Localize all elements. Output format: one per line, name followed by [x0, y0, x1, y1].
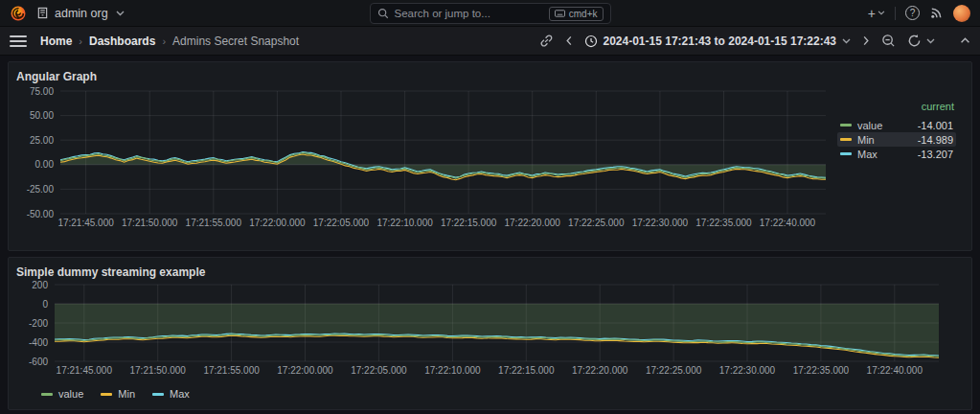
search-shortcut-badge: cmd+k: [549, 7, 604, 21]
legend-item-value[interactable]: value-14.001: [837, 118, 956, 132]
chevron-left-icon: [565, 35, 573, 46]
org-name: admin org: [55, 7, 108, 20]
svg-text:17:22:10.000: 17:22:10.000: [424, 365, 481, 376]
svg-text:17:21:50.000: 17:21:50.000: [122, 218, 178, 228]
breadcrumb: Home › Dashboards › Admins Secret Snapsh…: [40, 34, 299, 48]
svg-text:50.00: 50.00: [30, 110, 54, 121]
legend-swatch: [41, 393, 53, 396]
timeseries-chart[interactable]: 2000-200-400-60017:21:45.00017:21:50.000…: [16, 279, 966, 380]
svg-text:75.00: 75.00: [30, 86, 54, 97]
time-back-button[interactable]: [565, 35, 573, 46]
legend-item-max[interactable]: Max: [152, 388, 190, 400]
news-rss-icon: [929, 6, 944, 20]
panel-title[interactable]: Angular Graph: [16, 70, 964, 83]
kiosk-collapse-button[interactable]: [960, 37, 970, 44]
time-forward-button[interactable]: [862, 35, 870, 46]
svg-text:-200: -200: [29, 318, 48, 329]
legend-swatch: [840, 138, 852, 141]
refresh-button[interactable]: [907, 34, 935, 48]
help-button[interactable]: ?: [905, 6, 920, 20]
legend-swatch: [840, 124, 852, 126]
zoom-out-icon: [881, 34, 896, 48]
legend-swatch: [152, 393, 164, 396]
svg-text:17:22:40.000: 17:22:40.000: [760, 218, 816, 228]
chart-legend: valueMinMax: [16, 384, 964, 400]
svg-text:17:21:55.000: 17:21:55.000: [203, 365, 260, 376]
news-button[interactable]: [929, 6, 944, 20]
search-icon: [377, 8, 389, 19]
panel-title[interactable]: Simple dummy streaming example: [16, 265, 964, 279]
breadcrumb-current: Admins Secret Snapshot: [172, 34, 299, 48]
legend-current-value: -14.989: [918, 134, 953, 146]
breadcrumb-separator: ›: [79, 35, 82, 47]
time-range-picker[interactable]: 2024-01-15 17:21:43 to 2024-01-15 17:22:…: [584, 34, 852, 48]
svg-text:17:22:35.000: 17:22:35.000: [695, 218, 752, 228]
svg-text:17:22:40.000: 17:22:40.000: [867, 365, 923, 376]
breadcrumb-dashboards[interactable]: Dashboards: [89, 34, 155, 48]
chevron-down-icon: [842, 38, 851, 44]
panel-streaming-example: Simple dummy streaming example 2000-200-…: [8, 257, 972, 410]
chevron-down-icon: [877, 11, 885, 15]
svg-text:-25.00: -25.00: [27, 184, 55, 195]
legend-swatch: [840, 152, 852, 155]
svg-text:200: 200: [32, 280, 48, 290]
plus-icon: +: [868, 6, 876, 21]
svg-text:0: 0: [42, 299, 48, 310]
svg-text:-50.00: -50.00: [27, 209, 55, 219]
svg-text:17:22:30.000: 17:22:30.000: [632, 218, 689, 228]
chevron-down-icon: [116, 11, 125, 16]
svg-text:-400: -400: [29, 337, 48, 348]
legend-item-value[interactable]: value: [41, 388, 83, 400]
legend-label: value: [857, 120, 882, 131]
breadcrumb-home[interactable]: Home: [40, 34, 72, 48]
timeseries-chart[interactable]: 75.0050.0025.000.00-25.00-50.0017:21:45.…: [16, 83, 832, 235]
svg-text:25.00: 25.00: [30, 135, 54, 146]
user-avatar[interactable]: [953, 5, 970, 22]
org-switcher[interactable]: admin org: [36, 7, 125, 20]
chevron-down-icon: [926, 38, 935, 44]
share-link-button[interactable]: [539, 34, 554, 48]
legend-item-min[interactable]: Min-14.989: [837, 132, 956, 147]
svg-text:17:22:20.000: 17:22:20.000: [505, 218, 561, 228]
svg-text:17:22:00.000: 17:22:00.000: [277, 365, 333, 376]
zoom-out-button[interactable]: [881, 34, 896, 48]
svg-text:17:21:45.000: 17:21:45.000: [57, 365, 113, 376]
svg-text:17:22:05.000: 17:22:05.000: [313, 218, 370, 228]
svg-text:17:22:10.000: 17:22:10.000: [376, 218, 433, 228]
breadcrumb-separator: ›: [162, 35, 166, 47]
legend-item-min[interactable]: Min: [101, 388, 135, 400]
search-placeholder: Search or jump to...: [395, 8, 543, 19]
svg-text:17:22:15.000: 17:22:15.000: [498, 365, 555, 376]
legend-item-max[interactable]: Max-13.207: [837, 147, 956, 161]
svg-text:17:22:05.000: 17:22:05.000: [351, 365, 407, 376]
chart-legend: currentvalue-14.001Min-14.989Max-13.207: [832, 83, 958, 235]
svg-text:17:21:50.000: 17:21:50.000: [130, 365, 187, 376]
svg-text:0.00: 0.00: [35, 159, 55, 170]
dashboard-canvas: Angular Graph 75.0050.0025.000.00-25.00-…: [0, 56, 980, 410]
svg-text:17:21:55.000: 17:21:55.000: [186, 218, 242, 228]
legend-label: Min: [857, 134, 875, 146]
grafana-logo-icon[interactable]: [10, 5, 27, 22]
legend-header-current[interactable]: current: [837, 101, 956, 112]
clock-icon: [584, 34, 598, 48]
svg-text:17:22:25.000: 17:22:25.000: [646, 365, 702, 376]
legend-label: Max: [170, 388, 190, 400]
chevron-right-icon: [862, 35, 870, 46]
legend-label: value: [58, 388, 83, 400]
legend-current-value: -13.207: [918, 149, 953, 160]
menu-toggle-button[interactable]: [10, 35, 27, 47]
link-icon: [539, 34, 554, 48]
help-icon: ?: [905, 6, 920, 20]
dashboard-toolbar: Home › Dashboards › Admins Secret Snapsh…: [0, 27, 980, 56]
svg-text:-600: -600: [29, 356, 48, 367]
new-menu-button[interactable]: +: [868, 6, 885, 21]
chevron-up-icon: [960, 37, 970, 44]
svg-text:17:22:30.000: 17:22:30.000: [719, 365, 776, 376]
nav-divider: [895, 7, 896, 20]
legend-current-value: -14.001: [918, 120, 953, 131]
svg-text:17:22:15.000: 17:22:15.000: [441, 218, 497, 228]
refresh-icon: [907, 34, 922, 48]
legend-label: Max: [857, 149, 877, 160]
svg-text:17:22:35.000: 17:22:35.000: [793, 365, 850, 376]
search-input[interactable]: Search or jump to... cmd+k: [370, 3, 611, 24]
